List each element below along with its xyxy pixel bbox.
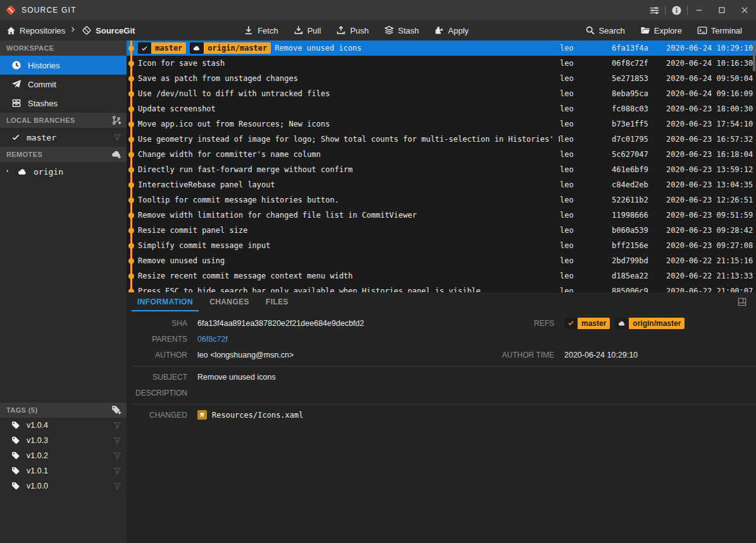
commit-message: Tooltip for commit message histories but… xyxy=(138,196,560,204)
parent-sha-link[interactable]: 06f8c72f xyxy=(197,335,228,344)
filter-funnel-icon[interactable] xyxy=(113,437,121,445)
tag-add-icon[interactable] xyxy=(111,405,121,415)
commit-author: leo xyxy=(560,120,612,128)
commit-time: 2020-06-23 13:59:12 xyxy=(666,165,756,174)
commit-row[interactable]: Simplify commit message inputleobff2156e… xyxy=(127,238,756,253)
commit-row[interactable]: Update screenshotleofc088c032020-06-23 1… xyxy=(127,101,756,116)
chevron-right-icon xyxy=(70,27,77,34)
commit-author: leo xyxy=(560,59,612,68)
cloud-add-icon[interactable] xyxy=(111,149,121,159)
toolbar-button-fetch[interactable]: Fetch xyxy=(236,20,286,41)
toolbar-button-push[interactable]: Push xyxy=(328,20,376,41)
ref-badge-origin-master[interactable]: origin/master xyxy=(615,318,685,329)
filter-funnel-icon[interactable] xyxy=(113,482,121,490)
preferences-button[interactable] xyxy=(643,0,665,20)
commit-message: Update screenshot xyxy=(138,104,560,113)
commit-row[interactable]: InteractiveRebase panel layoutleoc84ed2e… xyxy=(127,177,756,192)
subject-label: SUBJECT xyxy=(127,373,187,382)
clock-icon xyxy=(11,60,22,70)
commit-row[interactable]: Change width for committer's name column… xyxy=(127,147,756,162)
sidebar-item-histories[interactable]: Histories xyxy=(0,56,127,75)
minimize-button[interactable] xyxy=(688,0,710,20)
sidebar-item-v1-0-2[interactable]: v1.0.2 xyxy=(0,448,127,463)
toolbar-button-terminal[interactable]: Terminal xyxy=(690,20,750,41)
commit-author: leo xyxy=(560,135,612,144)
changed-file-item[interactable]: MResources/Icons.xaml xyxy=(197,410,304,420)
commit-row[interactable]: Tooltip for commit message histories but… xyxy=(127,192,756,208)
commit-row[interactable]: Use /dev/null to diff with untracked fil… xyxy=(127,86,756,101)
commit-history-list: masterorigin/masterRemove unused iconsle… xyxy=(127,41,756,292)
commit-author: leo xyxy=(560,44,612,53)
cloud-icon xyxy=(615,318,629,329)
description-label: DESCRIPTION xyxy=(127,389,187,397)
commit-time: 2020-06-23 09:51:59 xyxy=(666,211,756,220)
tab-changes[interactable]: CHANGES xyxy=(201,292,257,311)
toolbar-button-apply[interactable]: Apply xyxy=(426,20,476,41)
about-button[interactable] xyxy=(666,0,687,20)
sidebar-item-label: Histories xyxy=(28,61,60,70)
commit-row[interactable]: Remove unused usingleo2bd799bd2020-06-22… xyxy=(127,253,756,268)
commit-time: 2020-06-24 10:29:10 xyxy=(666,44,756,53)
commit-author: leo xyxy=(560,211,612,220)
tab-information[interactable]: INFORMATION xyxy=(129,292,201,311)
commit-row[interactable]: masterorigin/masterRemove unused iconsle… xyxy=(127,41,756,56)
commit-sha: 461e6bf9 xyxy=(612,165,666,174)
breadcrumb-root-label: Repositories xyxy=(20,26,65,35)
commit-row[interactable]: Remove width limitation for changed file… xyxy=(127,208,756,223)
commit-message-text: Remove width limitation for changed file… xyxy=(138,211,417,220)
commit-message-text: Resize recent commit message context men… xyxy=(138,272,353,280)
tab-files[interactable]: FILES xyxy=(257,292,297,311)
commit-message-text: Remove unused icons xyxy=(275,44,361,53)
sidebar-item-label: v1.0.2 xyxy=(27,451,48,460)
commit-message: Resize commit panel size xyxy=(138,226,560,235)
fetch-icon xyxy=(244,25,254,35)
commit-time: 2020-06-24 09:16:09 xyxy=(666,89,756,98)
commit-message-text: Tooltip for commit message histories but… xyxy=(138,196,339,204)
commit-sha: 11998666 xyxy=(612,211,666,220)
filter-funnel-icon[interactable] xyxy=(113,421,121,430)
maximize-button[interactable] xyxy=(710,0,733,20)
layout-toggle-icon[interactable] xyxy=(737,297,747,307)
sidebar-item-master[interactable]: master xyxy=(0,128,127,147)
commit-row[interactable]: Press ESC to hide search bar only availa… xyxy=(127,284,756,292)
tag-icon xyxy=(11,421,20,430)
commit-graph-dot xyxy=(128,258,134,264)
toolbar-button-search[interactable]: Search xyxy=(578,20,633,41)
ref-badge-origin-master[interactable]: origin/master xyxy=(190,42,271,54)
sidebar-item-commit[interactable]: Commit xyxy=(0,75,127,94)
ref-badge-master[interactable]: master xyxy=(564,318,610,329)
commit-graph-dot xyxy=(128,137,134,142)
branch-add-icon[interactable] xyxy=(111,115,121,125)
sidebar-item-v1-0-3[interactable]: v1.0.3 xyxy=(0,433,127,448)
breadcrumb-repositories[interactable]: Repositories xyxy=(6,26,65,35)
breadcrumb-repo[interactable]: SourceGit xyxy=(82,25,135,35)
commit-row[interactable]: Directly run fast-forward merge without … xyxy=(127,162,756,177)
close-button[interactable] xyxy=(733,0,756,20)
toolbar-button-stash[interactable]: Stash xyxy=(376,20,426,41)
filter-funnel-icon[interactable] xyxy=(113,134,121,142)
commit-message: Change width for committer's name column xyxy=(138,150,560,159)
commit-row[interactable]: Move app.ico out from Resources; New ico… xyxy=(127,116,756,132)
sidebar-item-v1-0-0[interactable]: v1.0.0 xyxy=(0,478,127,494)
sidebar-item-v1-0-1[interactable]: v1.0.1 xyxy=(0,463,127,478)
sidebar-item-v1-0-4[interactable]: v1.0.4 xyxy=(0,418,127,433)
history-scrollbar[interactable] xyxy=(753,44,755,72)
titlebar: SOURCE GIT xyxy=(0,0,756,20)
filter-funnel-icon[interactable] xyxy=(113,467,121,475)
commit-time: 2020-06-24 09:50:04 xyxy=(666,74,756,83)
filter-funnel-icon[interactable] xyxy=(113,452,121,460)
home-icon xyxy=(6,26,16,35)
sidebar-item-stashes[interactable]: Stashes xyxy=(0,94,127,113)
commit-row[interactable]: Icon for save stashleo06f8c72f2020-06-24… xyxy=(127,56,756,71)
ref-badge-master[interactable]: master xyxy=(138,42,186,54)
commit-row[interactable]: Resize commit panel sizeleob060a5392020-… xyxy=(127,223,756,238)
commit-message: Use /dev/null to diff with untracked fil… xyxy=(138,89,560,98)
commit-message-text: Icon for save stash xyxy=(138,59,225,68)
commit-row[interactable]: Save as patch from unstaged changesleo5e… xyxy=(127,71,756,86)
caret-right-icon[interactable] xyxy=(5,168,11,175)
toolbar-button-pull[interactable]: Pull xyxy=(286,20,329,41)
sidebar-item-origin[interactable]: origin xyxy=(0,162,127,181)
toolbar-button-explore[interactable]: Explore xyxy=(633,20,690,41)
commit-row[interactable]: Resize recent commit message context men… xyxy=(127,268,756,284)
commit-row[interactable]: Use geometry instead of image for logo; … xyxy=(127,132,756,147)
